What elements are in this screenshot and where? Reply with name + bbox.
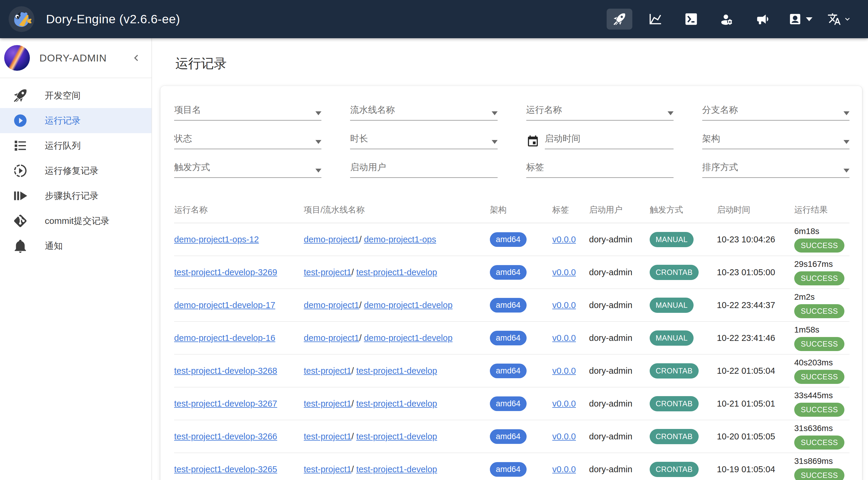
chevron-left-icon: [130, 52, 143, 64]
column-header: 运行名称: [174, 204, 304, 223]
account-cog-icon: [720, 12, 734, 26]
pipeline-link[interactable]: test-project1-develop: [356, 431, 437, 441]
nav-chart-line-button[interactable]: [643, 9, 668, 30]
tag-link[interactable]: v0.0.0: [552, 366, 576, 376]
filter-branch-name-select[interactable]: 分支名称: [702, 105, 849, 121]
filter-field-underline: 分支名称: [702, 105, 849, 121]
table-row: test-project1-develop-3268test-project1/…: [174, 355, 849, 387]
sidebar-item-label: commit提交记录: [45, 215, 110, 227]
duration-text: 31s636ms: [794, 424, 833, 433]
filter-arch-select[interactable]: 架构: [702, 134, 849, 149]
tag-link[interactable]: v0.0.0: [552, 431, 576, 441]
status-badge: SUCCESS: [794, 238, 844, 253]
start-user: dory-admin: [589, 431, 632, 441]
arch-badge: amd64: [490, 363, 527, 378]
filter-sort-by-select[interactable]: 排序方式: [702, 162, 849, 178]
sidebar-item-step-records[interactable]: 步骤执行记录: [0, 183, 151, 209]
pipeline-link[interactable]: demo-project1-ops: [364, 235, 436, 244]
sidebar-item-dev-space[interactable]: 开发空间: [0, 83, 151, 108]
project-link[interactable]: demo-project1: [304, 300, 359, 310]
tag-link[interactable]: v0.0.0: [552, 267, 576, 277]
run-name-link[interactable]: demo-project1-ops-12: [174, 235, 259, 244]
run-result: 29s167msSUCCESS: [794, 259, 849, 285]
run-result: 33s445msSUCCESS: [794, 391, 849, 417]
bell-icon: [12, 238, 28, 254]
nav-console-button[interactable]: [678, 9, 704, 30]
sidebar-item-commit-records[interactable]: commit提交记录: [0, 209, 151, 233]
filter-field-underline: 流水线名称: [350, 105, 497, 121]
project-link[interactable]: test-project1: [304, 366, 351, 376]
bullhorn-icon: [756, 12, 770, 26]
filter-field-underline: 时长: [350, 134, 497, 149]
run-name-link[interactable]: demo-project1-develop-16: [174, 333, 275, 343]
table-header-row: 运行名称项目/流水线名称架构标签启动用户触发方式启动时间运行结果: [174, 204, 849, 223]
pipeline-link[interactable]: demo-project1-develop: [364, 333, 453, 343]
status-badge: SUCCESS: [794, 304, 844, 318]
tag-link[interactable]: v0.0.0: [552, 399, 576, 408]
project-link[interactable]: test-project1: [304, 431, 351, 441]
arch-badge: amd64: [490, 232, 527, 247]
path-separator: /: [359, 235, 362, 244]
filter-start-user-input[interactable]: 启动用户: [350, 162, 497, 178]
run-result: 2m2sSUCCESS: [794, 292, 849, 318]
pipeline-link[interactable]: test-project1-develop: [356, 267, 437, 277]
nav-account-box-button[interactable]: [786, 9, 815, 30]
run-result: 40s203msSUCCESS: [794, 358, 849, 384]
filter-start-time-input[interactable]: 启动时间: [526, 134, 674, 149]
arch-badge: amd64: [490, 265, 527, 280]
sidebar-item-run-queue[interactable]: 运行队列: [0, 133, 151, 158]
run-name-link[interactable]: demo-project1-develop-17: [174, 300, 275, 310]
project-link[interactable]: test-project1: [304, 399, 351, 408]
filter-pipeline-name-select[interactable]: 流水线名称: [350, 105, 497, 121]
nav-bullhorn-button[interactable]: [750, 9, 776, 30]
filter-run-name-select[interactable]: 运行名称: [526, 105, 674, 121]
filter-duration-select[interactable]: 时长: [350, 134, 497, 149]
filter-field-underline: 触发方式: [174, 162, 321, 178]
pipeline-link[interactable]: test-project1-develop: [356, 366, 437, 376]
filter-trigger-method-select[interactable]: 触发方式: [174, 162, 321, 178]
sidebar-item-notifications[interactable]: 通知: [0, 233, 151, 258]
run-name-link[interactable]: test-project1-develop-3265: [174, 465, 277, 474]
tag-link[interactable]: v0.0.0: [552, 300, 576, 310]
filter-field-underline: 状态: [174, 134, 321, 149]
path-separator: /: [351, 366, 354, 376]
sidebar-item-label: 开发空间: [45, 90, 81, 102]
table-row: demo-project1-ops-12demo-project1/demo-p…: [174, 223, 849, 256]
trigger-badge: MANUAL: [650, 330, 693, 346]
pipeline-link[interactable]: demo-project1-develop: [364, 300, 453, 310]
filter-placeholder: 运行名称: [526, 104, 562, 116]
nav-account-cog-button[interactable]: [714, 9, 740, 30]
run-name-link[interactable]: test-project1-develop-3268: [174, 366, 277, 376]
filter-status-select[interactable]: 状态: [174, 134, 321, 149]
sidebar-item-run-fix-records[interactable]: 运行修复记录: [0, 158, 151, 183]
nav-rocket-button[interactable]: [607, 9, 632, 30]
run-records-table: 运行名称项目/流水线名称架构标签启动用户触发方式启动时间运行结果 demo-pr…: [174, 204, 849, 480]
sidebar-header: DORY-ADMIN: [0, 38, 151, 78]
run-name-link[interactable]: test-project1-develop-3266: [174, 431, 277, 441]
pipeline-link[interactable]: test-project1-develop: [356, 399, 437, 408]
project-link[interactable]: test-project1: [304, 465, 351, 474]
play-circle-icon: [12, 113, 28, 128]
table-row: test-project1-develop-3265test-project1/…: [174, 453, 849, 480]
project-link[interactable]: demo-project1: [304, 333, 359, 343]
pipeline-link[interactable]: test-project1-develop: [356, 465, 437, 474]
run-name-link[interactable]: test-project1-develop-3269: [174, 267, 277, 277]
duration-text: 1m58s: [794, 325, 819, 334]
run-name-link[interactable]: test-project1-develop-3267: [174, 399, 277, 408]
sidebar-item-label: 运行记录: [45, 115, 81, 127]
tag-link[interactable]: v0.0.0: [552, 333, 576, 343]
project-link[interactable]: demo-project1: [304, 235, 359, 244]
table-row: demo-project1-develop-17demo-project1/de…: [174, 289, 849, 322]
nav-translate-button[interactable]: [825, 9, 854, 30]
filter-tag-input[interactable]: 标签: [526, 162, 674, 178]
start-user: dory-admin: [589, 399, 632, 408]
content-area: 运行记录 项目名流水线名称运行名称分支名称状态时长启动时间架构触发方式启动用户标…: [152, 38, 868, 480]
start-time: 10-22 01:05:04: [717, 366, 775, 376]
tag-link[interactable]: v0.0.0: [552, 465, 576, 474]
sidebar-item-run-records[interactable]: 运行记录: [0, 108, 151, 133]
sidebar-collapse-button[interactable]: [130, 52, 143, 64]
tag-link[interactable]: v0.0.0: [552, 235, 576, 244]
filter-project-name-select[interactable]: 项目名: [174, 105, 321, 121]
project-link[interactable]: test-project1: [304, 267, 351, 277]
column-header: 启动用户: [589, 204, 650, 223]
